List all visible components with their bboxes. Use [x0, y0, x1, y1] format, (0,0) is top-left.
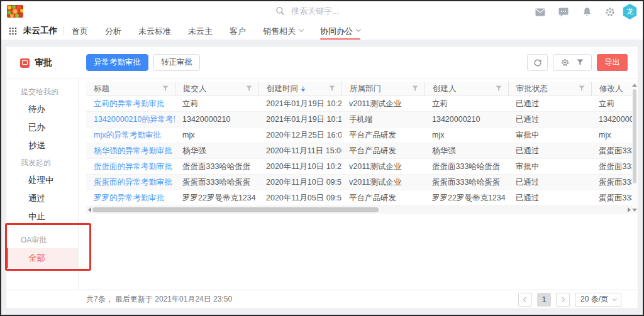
- sidebar-group-oa-approval: OA审批: [6, 232, 78, 248]
- export-button[interactable]: 导出: [597, 54, 628, 71]
- cell-created: 2021年01月19日 10:16: [258, 112, 341, 127]
- sidebar-item-todo[interactable]: 待办: [6, 100, 78, 118]
- vertical-scrollbar[interactable]: [632, 82, 637, 214]
- cell-title[interactable]: 蛋蛋面的异常考勤审批: [86, 159, 175, 174]
- user-avatar[interactable]: 龙: [622, 4, 638, 19]
- filter-funnel-icon[interactable]: [329, 85, 335, 92]
- nav-item-analysis[interactable]: 分析: [105, 22, 121, 40]
- column-header-status[interactable]: 审批状态: [508, 82, 591, 95]
- gear-icon[interactable]: [605, 7, 615, 17]
- page-number[interactable]: 1: [537, 293, 551, 307]
- prev-page-button[interactable]: [518, 293, 532, 307]
- table-row[interactable]: 杨华强的异常考勤审批杨华强2020年11月11日 15:00平台产品研发杨华强已…: [86, 143, 632, 159]
- nav-item-home[interactable]: 首页: [72, 22, 88, 40]
- cell-title[interactable]: mjx的异常考勤审批: [86, 128, 175, 143]
- cell-department: v2011测试企业: [341, 96, 425, 111]
- cell-status: 已通过: [508, 96, 591, 111]
- main-panel: 标题 提交人 创建时间 所属部门: [79, 79, 638, 290]
- nav-item-collaboration[interactable]: 协同办公: [320, 22, 360, 40]
- apps-grid-icon[interactable]: [9, 27, 17, 35]
- workspace-name[interactable]: 未云工作: [23, 25, 57, 36]
- column-header-department[interactable]: 所属部门: [341, 82, 425, 95]
- column-header-created[interactable]: 创建时间: [258, 82, 341, 95]
- filter-funnel-icon[interactable]: [579, 85, 585, 92]
- column-header-title[interactable]: 标题: [86, 82, 175, 95]
- refresh-button[interactable]: [527, 54, 548, 71]
- cell-modifier: 蛋蛋面333哈哈: [591, 159, 632, 174]
- filter-funnel-icon[interactable]: [412, 85, 418, 92]
- scroll-left-icon[interactable]: [86, 206, 92, 214]
- table-row[interactable]: 罗罗的异常考勤审批罗罗22罗曼蒂克12342020年11月05日 09:57平台…: [86, 190, 632, 206]
- sort-icon[interactable]: [301, 86, 305, 92]
- next-page-button[interactable]: [556, 293, 570, 307]
- table-row[interactable]: 立莉的异常考勤审批立莉2021年01月19日 10:22v2011测试企业立莉已…: [86, 96, 632, 112]
- column-header-modifier[interactable]: 修改人: [591, 82, 632, 95]
- cell-created: 2020年11月10日 10:24: [258, 159, 341, 174]
- cell-title[interactable]: 13420000210的异常考勤审批: [86, 112, 175, 127]
- page-size-select[interactable]: 20 条/页: [575, 293, 621, 307]
- chevron-down-icon: [299, 26, 304, 31]
- content-header: 审批 异常考勤审批 转正审批: [6, 46, 638, 79]
- mail-icon[interactable]: [535, 7, 545, 17]
- chevron-left-icon: [523, 297, 528, 302]
- cell-submitter: 13420000210: [175, 112, 258, 127]
- hscroll-track[interactable]: [92, 206, 626, 214]
- search-input[interactable]: [290, 6, 403, 16]
- cell-status: 审批中: [508, 159, 591, 174]
- table-footer: 共7条， 最后更新于 2021年01月24日 23:50 1 20 条/页: [6, 290, 638, 308]
- column-header-submitter[interactable]: 提交人: [175, 82, 258, 95]
- settings-gear-icon[interactable]: [561, 58, 569, 67]
- pagination: 1 20 条/页: [518, 293, 621, 307]
- nav-item-standard[interactable]: 未云标准: [138, 22, 171, 40]
- column-label: 所属部门: [350, 84, 381, 94]
- horizontal-scrollbar[interactable]: [86, 206, 632, 214]
- filter-funnel-icon[interactable]: [162, 85, 169, 92]
- column-header-creator[interactable]: 创建人: [425, 82, 508, 95]
- scroll-right-icon[interactable]: [626, 206, 632, 214]
- cell-creator: 立莉: [425, 96, 508, 111]
- tab-regularization[interactable]: 转正审批: [153, 54, 200, 71]
- table-row[interactable]: 蛋蛋面的异常考勤审批蛋蛋面333哈哈蛋蛋2020年11月10日 10:24v20…: [86, 159, 632, 175]
- refresh-icon: [533, 58, 542, 67]
- chat-icon[interactable]: [558, 7, 569, 17]
- filter-funnel-icon[interactable]: [496, 85, 502, 92]
- nav-item-sales[interactable]: 销售相关: [263, 22, 303, 40]
- sidebar-item-all[interactable]: 全部: [6, 248, 78, 268]
- cell-submitter: 杨华强: [175, 143, 258, 158]
- cell-status: 审批中: [508, 128, 591, 143]
- table-row[interactable]: 蛋蛋面的异常考勤审批蛋蛋面333哈哈蛋蛋2020年11月10日 09:56v20…: [86, 175, 632, 190]
- sidebar-item-cc[interactable]: 抄送: [6, 136, 78, 155]
- cell-title[interactable]: 蛋蛋面的异常考勤审批: [86, 175, 175, 190]
- table-settings-group: [553, 54, 592, 71]
- sidebar-item-aborted[interactable]: 中止: [6, 207, 78, 226]
- column-label: 标题: [94, 84, 109, 94]
- cell-title[interactable]: 立莉的异常考勤审批: [86, 96, 175, 111]
- vscroll-thumb[interactable]: [633, 89, 636, 183]
- cell-modifier: 蛋蛋面333哈哈: [591, 143, 632, 158]
- table-row[interactable]: 13420000210的异常考勤审批134200002102021年01月19日…: [86, 112, 632, 128]
- nav-item-customer[interactable]: 客户: [230, 22, 246, 40]
- sidebar-item-done[interactable]: 已办: [6, 118, 78, 136]
- sidebar-item-passed[interactable]: 通过: [6, 189, 78, 207]
- page-title-text: 审批: [35, 57, 52, 68]
- company-logo[interactable]: [7, 5, 23, 18]
- hscroll-thumb[interactable]: [92, 207, 379, 212]
- sidebar-group-initiated-by-me: 我发起的: [6, 155, 78, 171]
- cell-modifier: 13420000210: [591, 112, 632, 127]
- table-row[interactable]: mjx的异常考勤审批mjx2020年12月25日 16:04平台产品研发mjx审…: [86, 128, 632, 143]
- chevron-down-icon: [356, 26, 361, 31]
- app-window: 龙 未云工作 首页 分析 未云标准 未云主 客户 销售相关 协同办公 审批 异常: [0, 0, 644, 316]
- scroll-up-icon[interactable]: [632, 84, 637, 87]
- cell-title[interactable]: 杨华强的异常考勤审批: [86, 143, 175, 158]
- filter-funnel-icon[interactable]: [577, 59, 584, 66]
- table-header-row: 标题 提交人 创建时间 所属部门: [86, 82, 632, 96]
- sidebar-item-processing[interactable]: 处理中: [6, 171, 78, 189]
- bell-icon[interactable]: [582, 7, 592, 17]
- filter-funnel-icon[interactable]: [246, 85, 252, 92]
- scroll-down-icon[interactable]: [632, 209, 637, 212]
- cell-title[interactable]: 罗罗的异常考勤审批: [86, 190, 175, 205]
- column-label: 审批状态: [516, 84, 548, 94]
- tab-abnormal-attendance[interactable]: 异常考勤审批: [86, 54, 148, 71]
- nav-item-main[interactable]: 未云主: [188, 22, 213, 40]
- cell-creator: 杨华强: [425, 143, 508, 158]
